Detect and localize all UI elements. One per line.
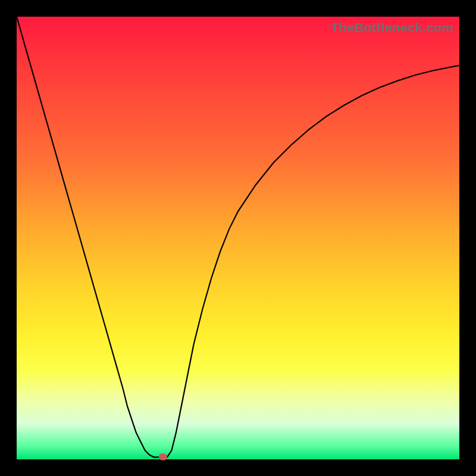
curve-path xyxy=(17,17,459,457)
plot-area: TheBottleneck.com xyxy=(17,17,459,459)
optimal-marker xyxy=(159,454,167,461)
bottleneck-curve xyxy=(17,17,459,459)
watermark-label: TheBottleneck.com xyxy=(331,20,453,36)
chart-frame: TheBottleneck.com xyxy=(0,0,476,476)
